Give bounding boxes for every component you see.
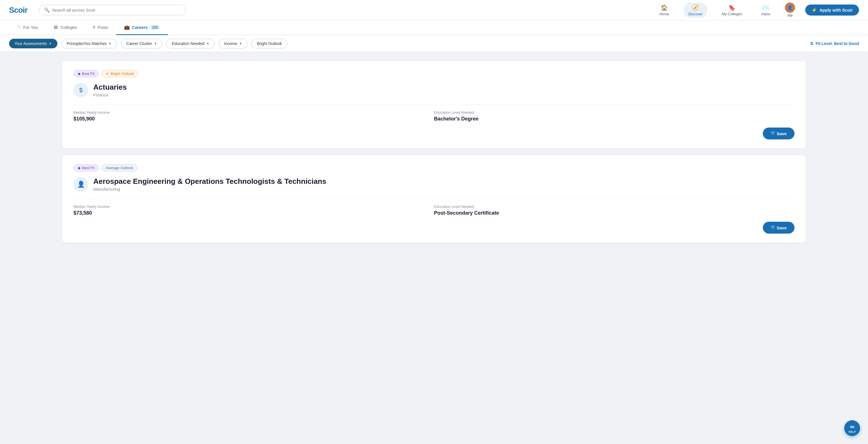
- header: Scoir 🔍 🏠 Home 🧭 Discover 🔖 My Colleges …: [0, 0, 868, 20]
- heart-save-icon-aerospace: ♡: [771, 225, 774, 230]
- card-divider-aerospace: [73, 199, 795, 199]
- careers-count-badge: 215: [150, 25, 160, 30]
- career-icon-actuaries: $: [73, 83, 88, 97]
- nav-label-home: Home: [659, 12, 669, 16]
- filter-career-cluster[interactable]: Career Cluster ▼: [121, 39, 162, 48]
- education-stat-label-aerospace: Education Level Needed: [434, 204, 795, 209]
- me-label: Me: [787, 13, 793, 18]
- chevron-down-icon: ▼: [108, 42, 112, 45]
- search-bar[interactable]: 🔍: [39, 5, 186, 15]
- tab-label-for-you: For You: [23, 25, 38, 30]
- apply-btn-label: Apply with Scoir: [819, 8, 853, 12]
- header-nav: 🏠 Home 🧭 Discover 🔖 My Colleges ✉️ Inbox…: [655, 3, 859, 18]
- average-outlook-badge-aerospace: Average Outlook: [101, 164, 137, 171]
- tab-label-careers: Careers: [132, 25, 148, 30]
- filter-bright-outlook[interactable]: Bright Outlook: [251, 39, 287, 48]
- mail-icon: ✉️: [762, 4, 769, 11]
- nav-item-my-colleges[interactable]: 🔖 My Colleges: [717, 3, 747, 18]
- career-icon-aerospace: 👤: [73, 177, 88, 192]
- save-button-actuaries[interactable]: ♡ Save: [763, 127, 795, 140]
- chevron-down-icon: ▼: [49, 42, 52, 45]
- search-input[interactable]: [52, 8, 180, 12]
- income-stat-actuaries: Median Yearly Income $105,900: [73, 110, 434, 122]
- tab-careers[interactable]: 💼 Careers 215: [116, 20, 168, 35]
- person-icon: 👤: [77, 181, 85, 188]
- nav-label-inbox: Inbox: [762, 12, 771, 16]
- bright-outlook-badge: ☀ Bright Outlook: [101, 70, 138, 77]
- card-badges-aerospace: ◆ Best Fit Average Outlook: [73, 164, 795, 171]
- tab-colleges[interactable]: 🏛 Colleges: [46, 20, 85, 35]
- filters-bar: Your Assessments ▼ PrinciplesYou Matches…: [0, 35, 868, 52]
- help-inner: ∞ HELP: [848, 423, 856, 433]
- career-header-aerospace: 👤 Aerospace Engineering & Operations Tec…: [73, 177, 795, 192]
- chevron-down-icon: ▼: [154, 42, 157, 45]
- income-stat-value-actuaries: $105,900: [73, 116, 434, 122]
- career-title-aerospace[interactable]: Aerospace Engineering & Operations Techn…: [93, 177, 326, 186]
- best-fit-badge-aerospace: ◆ Best Fit: [73, 164, 99, 171]
- search-icon: 🔍: [44, 7, 50, 13]
- nav-label-discover: Discover: [688, 12, 703, 16]
- tab-for-you[interactable]: ♡ For You: [9, 20, 46, 35]
- heart-icon: ♡: [17, 25, 21, 30]
- career-card-actuaries: ◆ Best Fit ☀ Bright Outlook $ Actuaries …: [62, 61, 806, 148]
- filter-education-needed[interactable]: Education Needed ▼: [166, 39, 215, 48]
- sun-icon: ☀: [106, 71, 109, 76]
- fit-level-sort-button[interactable]: ⇅ Fit Level: Best to Good: [810, 41, 859, 46]
- education-stat-value-actuaries: Bachelor's Degree: [434, 116, 795, 122]
- career-title-actuaries[interactable]: Actuaries: [93, 83, 127, 92]
- filter-assessments-label: Your Assessments: [14, 41, 47, 46]
- help-button[interactable]: ∞ HELP: [844, 420, 860, 436]
- career-cluster-actuaries: Finance: [93, 92, 127, 97]
- filter-principles-you[interactable]: PrinciplesYou Matches ▼: [61, 39, 117, 48]
- help-label: HELP: [848, 431, 856, 433]
- card-stats-actuaries: Median Yearly Income $105,900 Education …: [73, 110, 795, 122]
- career-cluster-aerospace: Manufacturing: [93, 187, 326, 191]
- filter-education-label: Education Needed: [172, 41, 204, 46]
- logo[interactable]: Scoir: [9, 6, 27, 15]
- career-title-block-aerospace: Aerospace Engineering & Operations Techn…: [93, 177, 326, 191]
- career-header-actuaries: $ Actuaries Finance: [73, 83, 795, 97]
- sort-icon: ⇅: [810, 41, 813, 46]
- filter-your-assessments[interactable]: Your Assessments ▼: [9, 39, 57, 48]
- education-stat-actuaries: Education Level Needed Bachelor's Degree: [434, 110, 795, 122]
- fit-level-label: Fit Level: Best to Good: [816, 41, 859, 46]
- save-button-aerospace[interactable]: ♡ Save: [763, 222, 795, 234]
- career-card-aerospace: ◆ Best Fit Average Outlook 👤 Aerospace E…: [62, 155, 806, 243]
- apply-with-scoir-button[interactable]: ⚡ Apply with Scoir: [805, 4, 859, 16]
- tab-label-colleges: Colleges: [61, 25, 77, 30]
- me-menu[interactable]: 👤 Me: [785, 3, 795, 18]
- best-fit-label-aerospace: Best Fit: [82, 166, 94, 170]
- infinity-icon: ∞: [850, 423, 855, 431]
- nav-item-home[interactable]: 🏠 Home: [655, 3, 674, 18]
- careers-list: ◆ Best Fit ☀ Bright Outlook $ Actuaries …: [0, 52, 868, 252]
- nav-item-inbox[interactable]: ✉️ Inbox: [757, 3, 775, 18]
- avatar-initials: 👤: [787, 5, 793, 10]
- tabs-bar: ♡ For You 🏛 Colleges # Posts 💼 Careers 2…: [0, 20, 868, 35]
- college-icon: 🏛: [54, 25, 58, 30]
- income-stat-aerospace: Median Yearly Income $73,580: [73, 204, 434, 216]
- filter-income-label: Income: [224, 41, 237, 46]
- save-label-aerospace: Save: [777, 226, 786, 230]
- bookmark-icon: 🔖: [728, 4, 735, 11]
- average-outlook-label-aerospace: Average Outlook: [106, 166, 133, 170]
- diamond-icon: ◆: [78, 166, 81, 170]
- filter-principles-label: PrinciplesYou Matches: [67, 41, 106, 46]
- dollar-icon: $: [79, 87, 83, 94]
- education-stat-aerospace: Education Level Needed Post-Secondary Ce…: [434, 204, 795, 216]
- income-stat-label-actuaries: Median Yearly Income: [73, 110, 434, 115]
- diamond-icon: ◆: [78, 71, 81, 76]
- card-footer-actuaries: ♡ Save: [73, 127, 795, 140]
- filter-career-cluster-label: Career Cluster: [126, 41, 152, 46]
- avatar: 👤: [785, 3, 795, 13]
- save-label-actuaries: Save: [777, 131, 786, 136]
- tab-posts[interactable]: # Posts: [85, 20, 116, 35]
- nav-item-discover[interactable]: 🧭 Discover: [684, 3, 707, 18]
- compass-icon: 🧭: [692, 4, 699, 11]
- education-stat-value-aerospace: Post-Secondary Certificate: [434, 210, 795, 216]
- card-badges-actuaries: ◆ Best Fit ☀ Bright Outlook: [73, 70, 795, 77]
- heart-save-icon: ♡: [771, 131, 774, 136]
- nav-label-my-colleges: My Colleges: [722, 12, 742, 16]
- briefcase-icon: 💼: [124, 25, 130, 30]
- filter-income[interactable]: Income ▼: [219, 39, 248, 48]
- card-stats-aerospace: Median Yearly Income $73,580 Education L…: [73, 204, 795, 216]
